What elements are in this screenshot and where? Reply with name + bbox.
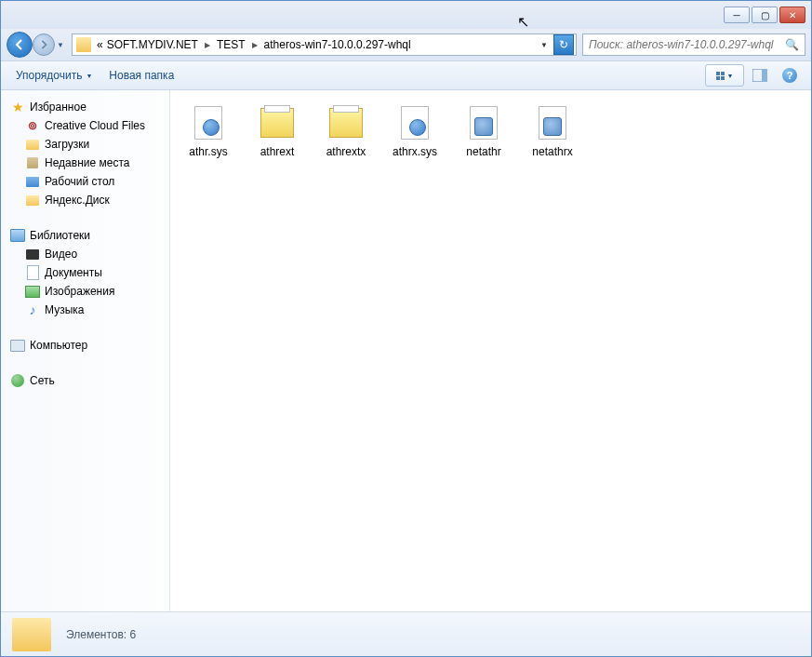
grid-icon	[716, 72, 725, 80]
search-input[interactable]	[589, 38, 785, 51]
window-controls: ─ ▢ ✕	[724, 7, 805, 23]
file-item[interactable]: athr.sys	[174, 100, 243, 163]
chevron-down-icon: ▼	[86, 73, 92, 79]
breadcrumb-item[interactable]: SOFT.MYDIV.NET	[105, 36, 200, 53]
organize-button[interactable]: Упорядочить ▼	[8, 65, 100, 86]
breadcrumb-item[interactable]: atheros-win7-10.0.0.297-whql	[262, 36, 413, 53]
titlebar: ↖ ─ ▢ ✕	[1, 1, 811, 29]
computer-label: Компьютер	[30, 339, 87, 352]
sidebar-item-label: Изображения	[45, 285, 114, 298]
help-icon: ?	[782, 68, 797, 83]
sidebar-item-label: Видео	[45, 248, 77, 261]
chevron-right-icon[interactable]: ▶	[247, 41, 262, 49]
item-count-label: Элементов: 6	[66, 628, 136, 641]
file-label: athrx.sys	[383, 145, 446, 158]
sidebar-item-network[interactable]: Сеть	[1, 371, 169, 390]
chevron-right-icon[interactable]: ▶	[200, 41, 215, 49]
folder-icon	[76, 37, 91, 52]
nav-history-dropdown[interactable]: ▼	[55, 36, 66, 53]
breadcrumb-item[interactable]: TEST	[215, 36, 247, 53]
chevron-down-icon: ▼	[727, 73, 734, 79]
sidebar-item-yandex-disk[interactable]: Яндекс.Диск	[1, 191, 169, 209]
breadcrumbs: « SOFT.MYDIV.NET ▶ TEST ▶ atheros-win7-1…	[95, 36, 535, 53]
file-item[interactable]: athrx.sys	[380, 100, 449, 163]
sidebar-item-label: Документы	[45, 266, 102, 279]
sidebar-item-documents[interactable]: Документы	[1, 263, 169, 282]
file-label: athrextx	[314, 145, 378, 158]
file-label: netathrx	[521, 145, 584, 158]
document-icon	[25, 265, 40, 280]
cat-file-icon	[327, 104, 365, 141]
main-area: ★ Избранное ⊚ Creative Cloud Files Загру…	[1, 90, 811, 611]
new-folder-label: Новая папка	[109, 69, 174, 82]
svg-rect-1	[762, 69, 767, 82]
star-icon: ★	[10, 100, 25, 114]
new-folder-button[interactable]: Новая папка	[101, 65, 181, 86]
sidebar-header-favorites[interactable]: ★ Избранное	[1, 98, 169, 116]
navbar: ▼ « SOFT.MYDIV.NET ▶ TEST ▶ atheros-win7…	[1, 29, 811, 60]
desktop-icon	[25, 174, 40, 189]
refresh-icon: ↻	[559, 38, 568, 51]
network-icon	[10, 373, 25, 388]
sidebar-item-label: Недавние места	[45, 156, 129, 169]
recent-icon	[25, 155, 40, 170]
view-mode-button[interactable]: ▼	[705, 64, 744, 87]
sidebar-item-label: Музыка	[45, 303, 84, 316]
library-icon	[10, 228, 25, 243]
sys-file-icon	[190, 104, 227, 141]
sidebar-item-downloads[interactable]: Загрузки	[1, 135, 169, 154]
network-label: Сеть	[30, 374, 55, 387]
libraries-label: Библиотеки	[30, 229, 90, 242]
file-item[interactable]: netathrx	[518, 100, 587, 163]
sidebar-item-computer[interactable]: Компьютер	[1, 336, 169, 355]
mouse-cursor: ↖	[517, 13, 529, 31]
sidebar-item-desktop[interactable]: Рабочий стол	[1, 172, 169, 191]
minimize-button[interactable]: ─	[724, 7, 750, 23]
file-label: athr.sys	[177, 145, 240, 158]
organize-label: Упорядочить	[16, 69, 82, 82]
sidebar-group-computer: Компьютер	[1, 336, 169, 355]
folder-icon	[12, 618, 51, 651]
refresh-button[interactable]: ↻	[553, 34, 574, 55]
breadcrumb-prefix[interactable]: «	[95, 36, 105, 53]
sidebar-item-music[interactable]: ♪ Музыка	[1, 301, 169, 319]
sidebar-group-libraries: Библиотеки Видео Документы Изображения ♪…	[1, 226, 169, 319]
file-item[interactable]: athrextx	[312, 100, 380, 163]
inf-file-icon	[534, 104, 571, 141]
sidebar-item-video[interactable]: Видео	[1, 245, 169, 263]
sidebar-header-libraries[interactable]: Библиотеки	[1, 226, 169, 245]
preview-pane-button[interactable]	[746, 64, 774, 87]
back-button[interactable]	[7, 32, 33, 58]
video-icon	[25, 247, 40, 261]
maximize-button[interactable]: ▢	[752, 7, 778, 23]
sidebar-item-images[interactable]: Изображения	[1, 282, 169, 301]
search-icon[interactable]: 🔍	[785, 38, 799, 51]
address-bar[interactable]: « SOFT.MYDIV.NET ▶ TEST ▶ atheros-win7-1…	[72, 34, 577, 56]
folder-icon	[25, 137, 40, 152]
sidebar-item-label: Загрузки	[45, 138, 89, 151]
preview-pane-icon	[752, 69, 767, 82]
file-item[interactable]: athrext	[243, 100, 312, 163]
arrow-left-icon	[14, 39, 25, 50]
sidebar: ★ Избранное ⊚ Creative Cloud Files Загру…	[1, 90, 170, 611]
address-dropdown[interactable]: ▼	[535, 41, 553, 49]
favorites-label: Избранное	[30, 101, 87, 114]
help-button[interactable]: ?	[776, 64, 804, 87]
sidebar-item-recent[interactable]: Недавние места	[1, 154, 169, 172]
sidebar-item-label: Creative Cloud Files	[45, 119, 145, 132]
music-icon: ♪	[25, 302, 40, 317]
creative-cloud-icon: ⊚	[25, 118, 40, 133]
search-box[interactable]: 🔍	[582, 34, 805, 56]
sidebar-item-creative-cloud[interactable]: ⊚ Creative Cloud Files	[1, 116, 169, 135]
sidebar-group-favorites: ★ Избранное ⊚ Creative Cloud Files Загру…	[1, 98, 169, 209]
close-button[interactable]: ✕	[779, 7, 805, 23]
file-item[interactable]: netathr	[449, 100, 518, 163]
cat-file-icon	[259, 104, 296, 141]
content-pane[interactable]: athr.sysathrextathrextxathrx.sysnetathrn…	[170, 90, 811, 611]
forward-button[interactable]	[33, 34, 55, 56]
sidebar-item-label: Рабочий стол	[45, 175, 114, 188]
file-label: netathr	[452, 145, 515, 158]
nav-buttons: ▼	[7, 32, 66, 58]
computer-icon	[10, 338, 25, 353]
folder-icon	[25, 193, 40, 208]
